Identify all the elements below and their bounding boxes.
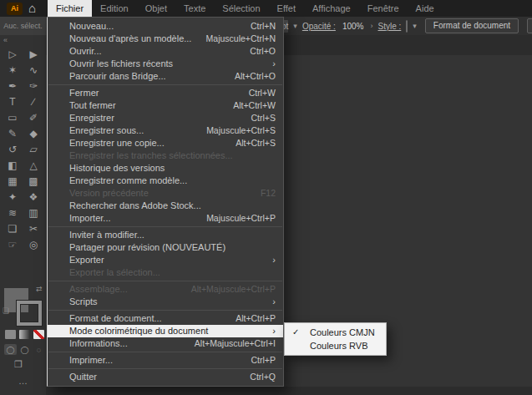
lasso-tool[interactable]: ∿ <box>23 62 44 78</box>
hand-tool[interactable]: ☞ <box>3 236 23 252</box>
opacity-label[interactable]: Opacité : <box>302 22 336 31</box>
menu-item-scripts[interactable]: Scripts› <box>48 296 283 308</box>
color-mode-submenu: ✓Couleurs CMJNCouleurs RVB <box>284 322 387 356</box>
menu-item-rechercher-dans-adobe-stock[interactable]: Rechercher dans Adobe Stock... <box>48 200 283 212</box>
unit-chevron-down-icon[interactable]: ▾ <box>293 22 297 30</box>
opacity-more-chevron-icon[interactable]: › <box>370 22 372 30</box>
type-tool[interactable]: T <box>3 94 23 109</box>
style-swatch[interactable] <box>406 20 408 33</box>
menu-item-inviter-a-modifier[interactable]: Inviter à modifier... <box>48 229 283 241</box>
preferences-button[interactable]: Préférences <box>527 18 532 33</box>
menu-item-label: Enregistrer les tranches sélectionnées..… <box>69 149 233 162</box>
pen-tool[interactable]: ✒ <box>3 78 23 94</box>
gradient-swatch[interactable] <box>19 330 30 339</box>
menubar-item-affichage[interactable]: Affichage <box>304 0 359 17</box>
menu-item-shortcut: Alt+Ctrl+S <box>236 137 276 149</box>
menubar-item-objet[interactable]: Objet <box>137 0 175 17</box>
menubar-item-selection[interactable]: Sélection <box>214 0 268 17</box>
menu-item-shortcut: Majuscule+Ctrl+S <box>206 124 276 137</box>
menu-item-nouveau-d-apres-un-modele[interactable]: Nouveau d'après un modèle...Majuscule+Ct… <box>48 33 283 45</box>
menubar-item-fenetre[interactable]: Fenêtre <box>359 0 408 17</box>
collapse-panel-icon[interactable]: « <box>0 35 46 46</box>
eyedropper-tool[interactable]: ✦ <box>3 189 23 205</box>
menu-item-enregistrer[interactable]: EnregistrerCtrl+S <box>48 112 283 124</box>
menu-item-label: Enregistrer sous... <box>69 124 144 137</box>
direct-selection-tool[interactable]: ▶ <box>23 46 44 62</box>
graph-tool[interactable]: ▥ <box>23 205 44 220</box>
draw-behind-mode[interactable]: ◯ <box>18 344 31 355</box>
mesh-tool[interactable]: ▦ <box>3 173 23 189</box>
stroke-swatch[interactable] <box>17 301 42 326</box>
perspective-grid-tool[interactable]: △ <box>23 157 44 173</box>
style-chevron-down-icon[interactable]: ▾ <box>413 22 417 30</box>
menu-item-parcourir-dans-bridge[interactable]: Parcourir dans Bridge...Alt+Ctrl+O <box>48 70 283 83</box>
shape-builder-tool[interactable]: ◧ <box>3 157 23 173</box>
submenu-arrow-icon: › <box>272 325 276 337</box>
line-segment-tool[interactable]: ∕ <box>23 94 44 109</box>
menubar-item-texte[interactable]: Texte <box>175 0 214 17</box>
menu-item-importer[interactable]: Importer...Majuscule+Ctrl+P <box>48 212 283 225</box>
draw-normal-mode[interactable]: ◯ <box>4 344 17 355</box>
menu-item-imprimer[interactable]: Imprimer...Ctrl+P <box>48 354 283 367</box>
screen-mode-icon[interactable]: ❐ <box>14 359 23 370</box>
default-fill-stroke-icon[interactable]: ❏ <box>3 306 9 315</box>
checkmark-icon: ✓ <box>292 326 299 339</box>
none-swatch[interactable] <box>33 330 44 339</box>
edit-toolbar-ellipsis-icon[interactable]: … <box>0 376 46 386</box>
menubar-item-effet[interactable]: Effet <box>269 0 304 17</box>
selection-tool[interactable]: ▷ <box>3 46 23 62</box>
menu-item-label: Enregistrer <box>69 112 114 124</box>
menubar-item-fichier[interactable]: Fichier <box>48 0 92 17</box>
format-de-document-button[interactable]: Format de document <box>425 18 519 33</box>
menu-item-quitter[interactable]: QuitterCtrl+Q <box>48 371 283 383</box>
menu-item-enregistrer-une-copie[interactable]: Enregistrer une copie...Alt+Ctrl+S <box>48 137 283 149</box>
menu-item-nouveau[interactable]: Nouveau...Ctrl+N <box>48 20 283 33</box>
menu-item-exporter[interactable]: Exporter› <box>48 254 283 266</box>
menu-item-shortcut: Alt+Majuscule+Ctrl+P <box>191 283 276 296</box>
blend-tool[interactable]: ❖ <box>23 189 44 205</box>
menu-item-ouvrir[interactable]: Ouvrir...Ctrl+O <box>48 45 283 58</box>
symbol-sprayer-tool[interactable]: ≋ <box>3 205 23 220</box>
color-type-buttons <box>5 330 44 339</box>
color-swatch[interactable] <box>5 330 16 339</box>
menu-item-enregistrer-comme-modele[interactable]: Enregistrer comme modèle... <box>48 175 283 187</box>
zoom-tool[interactable]: ◎ <box>23 236 44 252</box>
menu-item-tout-fermer[interactable]: Tout fermerAlt+Ctrl+W <box>48 99 283 112</box>
menu-item-format-de-document[interactable]: Format de document...Alt+Ctrl+P <box>48 312 283 325</box>
gradient-tool[interactable]: ▩ <box>23 173 44 189</box>
submenu-item-couleurs-rvb[interactable]: Couleurs RVB <box>285 339 386 352</box>
menubar-item-edition[interactable]: Edition <box>92 0 137 17</box>
slice-tool[interactable]: ✂ <box>23 220 44 236</box>
artboard-tool[interactable]: ❏ <box>3 220 23 236</box>
menu-item-shortcut: Majuscule+Ctrl+N <box>206 33 276 45</box>
menu-item-mode-colorimetrique-du-document[interactable]: Mode colorimétrique du document› <box>48 325 283 337</box>
menu-item-shortcut: Ctrl+P <box>251 354 276 367</box>
paintbrush-tool[interactable]: ✐ <box>23 109 44 125</box>
menu-item-label: Version précédente <box>69 187 149 200</box>
pencil-tool[interactable]: ✎ <box>3 125 23 141</box>
rotate-tool[interactable]: ↺ <box>3 141 23 157</box>
swap-fill-stroke-icon[interactable]: ⇄ <box>36 285 43 293</box>
menu-item-label: Fermer <box>69 87 99 99</box>
menu-item-fermer[interactable]: FermerCtrl+W <box>48 87 283 99</box>
menu-item-label: Imprimer... <box>69 354 113 367</box>
menu-item-label: Historique des versions <box>69 162 165 175</box>
menu-item-historique-des-versions[interactable]: Historique des versions <box>48 162 283 175</box>
eraser-tool[interactable]: ◆ <box>23 125 44 141</box>
home-icon[interactable]: ⌂ <box>28 1 36 16</box>
opacity-value[interactable]: 100% <box>341 22 366 31</box>
menubar-item-aide[interactable]: Aide <box>408 0 443 17</box>
rectangle-tool[interactable]: ▭ <box>3 109 23 125</box>
menu-item-informations[interactable]: Informations...Alt+Majuscule+Ctrl+I <box>48 337 283 350</box>
menu-item-partager-pour-revision[interactable]: Partager pour révision (NOUVEAUTÉ) <box>48 241 283 254</box>
menu-item-label: Informations... <box>69 337 128 350</box>
style-label[interactable]: Style : <box>377 22 401 31</box>
tools-grid: ▷▶✶∿✒✑T∕▭✐✎◆↺▱◧△▦▩✦❖≋▥❏✂☞◎ <box>0 46 46 252</box>
free-transform-tool[interactable]: ▱ <box>23 141 44 157</box>
submenu-item-couleurs-cmjn[interactable]: ✓Couleurs CMJN <box>285 326 386 339</box>
magic-wand-tool[interactable]: ✶ <box>3 62 23 78</box>
menu-item-ouvrir-les-fichiers-recents[interactable]: Ouvrir les fichiers récents› <box>48 58 283 70</box>
draw-inside-mode[interactable]: ◌ <box>33 344 45 355</box>
menu-item-enregistrer-sous[interactable]: Enregistrer sous...Majuscule+Ctrl+S <box>48 124 283 137</box>
curvature-tool[interactable]: ✑ <box>23 78 44 94</box>
